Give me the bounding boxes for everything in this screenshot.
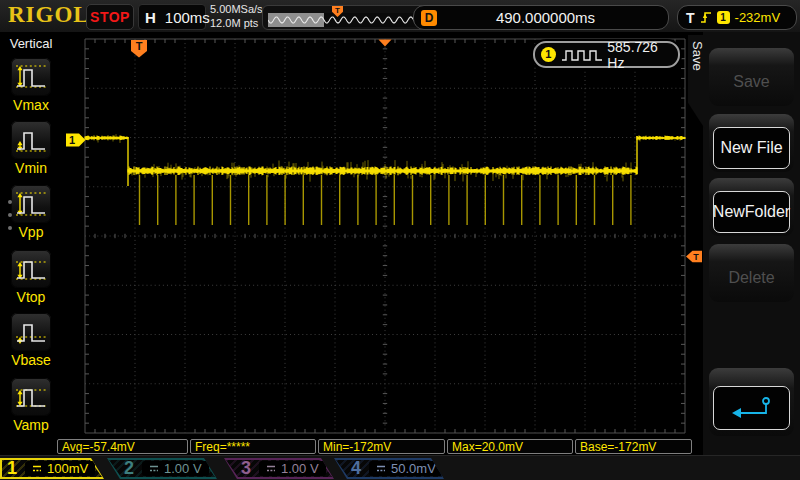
channel-4-content: 4 50.0mV <box>334 458 444 479</box>
return-arrow-icon <box>730 396 774 420</box>
menu-item-label: Vbase <box>0 352 62 368</box>
newfolder-button[interactable]: NewFolder <box>713 191 790 233</box>
channel-3-number: 3 <box>241 460 251 477</box>
channel-3-indicator[interactable]: 3 1.00 V <box>224 458 334 479</box>
menu-item-vbase[interactable]: Vbase <box>0 313 62 368</box>
trigger-source-badge: 1 <box>717 11 730 24</box>
counter-channel-badge: 1 <box>541 47 556 62</box>
measurement-min: Min=-172mV <box>318 439 445 454</box>
channel-2-indicator[interactable]: 2 1.00 V <box>107 458 217 479</box>
horizontal-timebase-box[interactable]: H 100ms <box>138 4 206 30</box>
vtop-icon <box>14 254 48 284</box>
trigger-readout: T 1 -232mV <box>677 5 797 30</box>
vbase-icon <box>14 317 48 347</box>
channel-2-number: 2 <box>124 460 134 477</box>
trigger-level-value: -232mV <box>735 10 781 25</box>
sample-rate: 5.00MSa/s <box>210 2 263 16</box>
dc-coupling-icon <box>149 464 159 473</box>
channel-4-scale: 50.0mV <box>391 461 436 476</box>
measurement-freq: Freq=***** <box>190 439 316 454</box>
channel-1-scale-pill: 100mV <box>25 461 95 476</box>
frequency-counter: 1 585.726 Hz <box>533 41 680 68</box>
vmax-icon-box <box>11 58 51 96</box>
vmax-icon <box>14 62 48 92</box>
vbase-icon-box <box>11 313 51 351</box>
timebase-value: 100ms <box>165 9 210 26</box>
vmin-icon-box <box>11 121 51 159</box>
h-label: H <box>145 9 156 26</box>
status-bar: 1 100mV 2 1.00 V 3 <box>0 455 800 480</box>
save-button: Save <box>713 61 790 103</box>
channel-1-indicator[interactable]: 1 100mV <box>0 458 104 479</box>
square-wave-icon <box>561 48 602 62</box>
brand-logo: RIGOL <box>8 2 90 28</box>
channel-3-content: 3 1.00 V <box>224 458 334 479</box>
delay-readout: D 490.000000ms <box>413 5 669 30</box>
channel-1-content: 1 100mV <box>0 458 104 479</box>
vamp-icon-box <box>11 378 51 416</box>
svg-text:T: T <box>136 40 143 52</box>
channel-3-scale: 1.00 V <box>281 461 319 476</box>
vpp-icon <box>14 189 48 219</box>
graticule <box>62 32 703 455</box>
channel-4-indicator[interactable]: 4 50.0mV <box>334 458 444 479</box>
menu-item-vamp[interactable]: Vamp <box>0 378 62 433</box>
svg-text:1: 1 <box>69 134 75 146</box>
rising-edge-icon <box>700 10 712 25</box>
channel-4-number: 4 <box>351 460 361 477</box>
measurement-avg: Avg=-57.4mV <box>57 439 188 454</box>
measurement-max: Max=20.0mV <box>447 439 573 454</box>
menu-button-slot: NewFolder <box>709 178 794 236</box>
memory-depth: 12.0M pts <box>210 16 263 30</box>
menu-title: Vertical <box>0 36 62 51</box>
menu-item-label: Vmax <box>0 97 62 113</box>
scope-display: T T 1 <box>62 32 703 455</box>
frequency-value: 585.726 Hz <box>607 39 678 71</box>
channel-2-content: 2 1.00 V <box>107 458 217 479</box>
back-button-slot <box>709 368 794 436</box>
dc-coupling-icon <box>266 464 276 473</box>
channel-2-scale-pill: 1.00 V <box>142 461 209 476</box>
channel-1-scale: 100mV <box>47 461 88 476</box>
trigger-label: T <box>686 10 695 26</box>
menu-scroll-indicator <box>8 200 12 239</box>
menu-item-label: Vamp <box>0 417 62 433</box>
channel-3-scale-pill: 1.00 V <box>259 461 326 476</box>
menu-button-slot: New File <box>709 114 794 172</box>
menu-item-label: Vtop <box>0 289 62 305</box>
channel-1-number: 1 <box>7 460 17 477</box>
vamp-icon <box>14 382 48 412</box>
vpp-icon-box <box>11 185 51 223</box>
menu-button-slot: Delete <box>709 244 794 302</box>
svg-text:T: T <box>693 252 699 262</box>
delay-icon: D <box>421 10 437 26</box>
vtop-icon-box <box>11 250 51 288</box>
top-bar: RIGOL STOP H 100ms 5.00MSa/s 12.0M pts T… <box>0 0 800 33</box>
menu-item-label: Vmin <box>0 160 62 176</box>
menu-item-vtop[interactable]: Vtop <box>0 250 62 305</box>
left-menu: Vertical Vmax Vmin Vpp Vtop Vbase Vamp <box>0 32 62 455</box>
acquisition-info: 5.00MSa/s 12.0M pts <box>210 2 263 30</box>
channel-2-scale: 1.00 V <box>164 461 202 476</box>
right-menu-panel: Save SaveNew FileNewFolderDelete <box>703 32 800 455</box>
delete-button: Delete <box>713 257 790 299</box>
new-file-button[interactable]: New File <box>713 127 790 169</box>
menu-item-vmax[interactable]: Vmax <box>0 58 62 113</box>
measurement-base: Base=-172mV <box>575 439 692 454</box>
menu-button-slot: Save <box>709 48 794 106</box>
dc-coupling-icon <box>376 464 386 473</box>
delay-value: 490.000000ms <box>437 9 654 26</box>
channel-4-scale-pill: 50.0mV <box>369 461 443 476</box>
run-stop-status[interactable]: STOP <box>86 4 134 30</box>
dc-coupling-icon <box>32 464 42 473</box>
vmin-icon <box>14 125 48 155</box>
back-button[interactable] <box>713 386 790 430</box>
menu-item-vmin[interactable]: Vmin <box>0 121 62 176</box>
oscilloscope-screen: RIGOL STOP H 100ms 5.00MSa/s 12.0M pts T… <box>0 0 800 480</box>
